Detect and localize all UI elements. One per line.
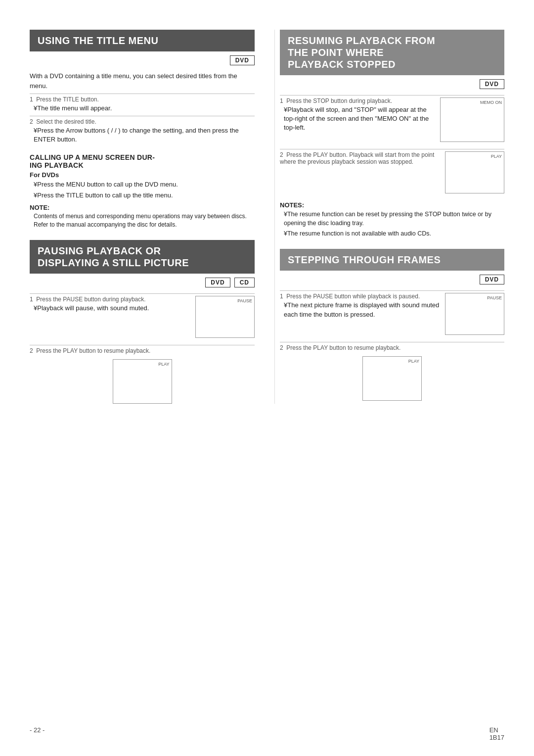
- section-title-menu: USING THE TITLE MENU DVD With a DVD cont…: [30, 30, 255, 144]
- stepping-pause-label: PAUSE: [487, 295, 502, 300]
- step-2-bullet: ¥Press the Arrow buttons ( / / ) to chan…: [34, 126, 255, 144]
- version-label: 1B17: [490, 734, 504, 741]
- notes-bullet-2: ¥The resume function is not available wi…: [284, 229, 504, 238]
- pause-screen-label: PAUSE: [237, 298, 252, 303]
- title-menu-header: USING THE TITLE MENU: [30, 30, 255, 51]
- page-footer: - 22 - EN 1B17: [0, 726, 534, 741]
- stepping-step-1-instr: Press the PAUSE button while playback is…: [286, 293, 420, 300]
- resuming-header: RESUMING PLAYBACK FROM THE POINT WHERE P…: [280, 30, 504, 75]
- menu-bullet-1: ¥Press the MENU button to call up the DV…: [34, 180, 255, 189]
- calling-menu-title: CALLING UP A MENU SCREEN DUR-ING PLAYBAC…: [30, 153, 255, 169]
- note-label: NOTE:: [30, 204, 255, 211]
- step-2-instruction: Select the desired title.: [36, 118, 96, 125]
- footer-right: EN 1B17: [490, 726, 504, 741]
- notes-bullet-1: ¥The resume function can be reset by pre…: [284, 210, 504, 228]
- dvd-badge-pause: DVD: [205, 278, 230, 287]
- stepping-step-2-num: 2 Press the PLAY button to resume playba…: [280, 344, 504, 351]
- resume-step-1-instr: Press the STOP button during playback.: [286, 97, 392, 104]
- notes-label-right: NOTES:: [280, 201, 504, 209]
- pause-screen-box: PAUSE: [195, 296, 255, 338]
- note-text: Contents of menus and corresponding menu…: [34, 212, 255, 229]
- play-screen-box-right: PLAY: [445, 151, 504, 193]
- pause-step-2-num: 2 Press the PLAY button to resume playba…: [30, 347, 255, 354]
- title-menu-intro: With a DVD containing a title menu, you …: [30, 71, 255, 91]
- play-screen-box-left: PLAY: [113, 359, 172, 404]
- dvd-badge-resume: DVD: [480, 79, 504, 89]
- stepping-pause-screen: PAUSE: [445, 293, 504, 335]
- right-column: RESUMING PLAYBACK FROM THE POINT WHERE P…: [274, 30, 504, 404]
- pausing-header: PAUSING PLAYBACK ORDISPLAYING A STILL PI…: [30, 240, 255, 274]
- dvd-badge-stepping: DVD: [480, 275, 504, 284]
- play-screen-label-stepping: PLAY: [408, 359, 419, 364]
- step-1-num: 1 Press the TITLE button.: [30, 96, 255, 103]
- play-screen-label-right: PLAY: [491, 154, 502, 159]
- memo-on-screen-box: MEMO ON: [440, 97, 504, 142]
- cd-badge-pause: CD: [234, 278, 255, 287]
- left-column: USING THE TITLE MENU DVD With a DVD cont…: [30, 30, 260, 404]
- section-resuming: RESUMING PLAYBACK FROM THE POINT WHERE P…: [280, 30, 504, 238]
- play-screen-box-stepping: PLAY: [362, 356, 422, 401]
- page-number: - 22 -: [30, 726, 44, 741]
- menu-bullet-2: ¥Press the TITLE button to call up the t…: [34, 191, 255, 200]
- lang-label: EN: [490, 726, 498, 734]
- stepping-header: STEPPING THROUGH FRAMES: [280, 249, 504, 271]
- resume-step-2-instr: Press the PLAY button. Playback will sta…: [280, 151, 434, 165]
- pause-step-1-instr: Press the PAUSE button during playback.: [36, 296, 145, 303]
- section-pausing: PAUSING PLAYBACK ORDISPLAYING A STILL PI…: [30, 240, 255, 404]
- page: USING THE TITLE MENU DVD With a DVD cont…: [0, 0, 534, 756]
- memo-on-label: MEMO ON: [480, 100, 502, 105]
- step-1-instruction: Press the TITLE button.: [36, 96, 99, 103]
- section-calling-menu: CALLING UP A MENU SCREEN DUR-ING PLAYBAC…: [30, 153, 255, 229]
- stepping-step-2-instr: Press the PLAY button to resume playback…: [286, 344, 400, 351]
- for-dvds-label: For DVDs: [30, 171, 255, 179]
- pause-step-2-instr: Press the PLAY button to resume playback…: [36, 347, 150, 354]
- step-2-num: 2 Select the desired title.: [30, 118, 255, 125]
- step-1-bullet: ¥The title menu will appear.: [34, 104, 255, 113]
- dvd-badge-title: DVD: [230, 55, 255, 65]
- section-stepping: STEPPING THROUGH FRAMES DVD PAUSE 1 Pres…: [280, 249, 504, 401]
- play-screen-label-left: PLAY: [158, 362, 169, 367]
